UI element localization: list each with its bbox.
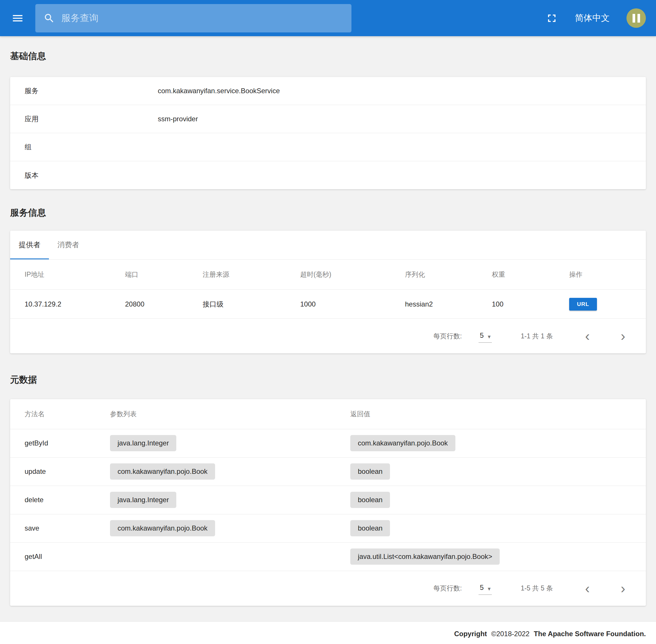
chevron-right-icon: › <box>621 328 625 344</box>
return-chip: boolean <box>350 463 390 480</box>
rows-per-page-select[interactable]: 5 ▾ <box>478 330 492 343</box>
next-page-button[interactable]: › <box>616 581 630 595</box>
rows-per-page-value: 5 <box>480 583 483 592</box>
return-chip: com.kakawanyifan.pojo.Book <box>350 435 455 451</box>
info-value: ssm-provider <box>158 115 631 123</box>
cell-method: getById <box>25 439 110 447</box>
metadata-table-header: 方法名 参数列表 返回值 <box>10 399 646 429</box>
info-label: 组 <box>25 142 158 152</box>
param-chip: com.kakawanyifan.pojo.Book <box>110 463 215 480</box>
metadata-row-getAll: getAll java.util.List<com.kakawanyifan.p… <box>10 543 646 571</box>
prev-page-button[interactable]: ‹ <box>581 329 594 343</box>
url-button[interactable]: URL <box>569 298 597 310</box>
param-chip: com.kakawanyifan.pojo.Book <box>110 520 215 536</box>
search-box[interactable] <box>35 4 352 32</box>
basic-info-title: 基础信息 <box>10 51 646 61</box>
cell-ip: 10.37.129.2 <box>25 300 125 308</box>
cell-method: update <box>25 467 110 476</box>
pagination-range: 1-1 共 1 条 <box>521 332 553 341</box>
tab-consumers[interactable]: 消费者 <box>49 231 88 259</box>
pagination-range: 1-5 共 5 条 <box>521 584 553 593</box>
return-chip: boolean <box>350 492 390 508</box>
rows-per-page-select[interactable]: 5 ▾ <box>478 582 492 595</box>
hamburger-icon <box>11 12 24 25</box>
tab-providers[interactable]: 提供者 <box>10 231 49 259</box>
info-label: 应用 <box>25 114 158 123</box>
cell-method: save <box>25 524 110 532</box>
cell-source: 接口级 <box>203 300 300 309</box>
cell-method: delete <box>25 496 110 504</box>
metadata-title: 元数据 <box>10 374 646 385</box>
param-chip: java.lang.Integer <box>110 435 176 451</box>
metadata-row-delete: delete java.lang.Integer boolean <box>10 486 646 514</box>
col-header-serialization: 序列化 <box>405 270 492 279</box>
col-header-params: 参数列表 <box>110 410 350 418</box>
col-header-ip: IP地址 <box>25 270 125 279</box>
fullscreen-icon <box>545 12 558 25</box>
metadata-row-getById: getById java.lang.Integer com.kakawanyif… <box>10 429 646 458</box>
language-switcher[interactable]: 简体中文 <box>575 12 610 24</box>
return-chip: java.util.List<com.kakawanyifan.pojo.Boo… <box>350 549 500 565</box>
metadata-card: 方法名 参数列表 返回值 getById java.lang.Integer c… <box>10 399 646 606</box>
metadata-row-update: update com.kakawanyifan.pojo.Book boolea… <box>10 458 646 486</box>
col-header-weight: 权重 <box>492 270 569 279</box>
basic-info-card: 服务 com.kakawanyifan.service.BookService … <box>10 77 646 189</box>
cell-timeout: 1000 <box>300 300 405 308</box>
metadata-pagination: 每页行数: 5 ▾ 1-5 共 5 条 ‹ › <box>10 571 646 606</box>
provider-pagination: 每页行数: 5 ▾ 1-1 共 1 条 ‹ › <box>10 319 646 353</box>
app-bar: 简体中文 <box>0 0 656 36</box>
cell-port: 20800 <box>125 300 203 308</box>
col-header-returns: 返回值 <box>350 410 631 418</box>
chevron-down-icon: ▾ <box>488 586 491 592</box>
col-header-timeout: 超时(毫秒) <box>300 270 405 279</box>
rows-per-page-value: 5 <box>480 331 483 340</box>
copyright-text: Copyright ©2018-2022 The Apache Software… <box>454 630 646 638</box>
col-header-action: 操作 <box>569 270 631 279</box>
service-info-title: 服务信息 <box>10 207 646 218</box>
info-row-group: 组 <box>10 133 646 161</box>
rows-per-page-label: 每页行数: <box>433 584 462 593</box>
rows-per-page-label: 每页行数: <box>433 332 462 341</box>
info-label: 服务 <box>25 86 158 95</box>
next-page-button[interactable]: › <box>616 329 630 343</box>
chevron-left-icon: ‹ <box>585 328 590 344</box>
service-info-card: 提供者 消费者 IP地址 端口 注册来源 超时(毫秒) 序列化 权重 操作 10… <box>10 231 646 353</box>
col-header-source: 注册来源 <box>203 270 300 279</box>
info-row-application: 应用 ssm-provider <box>10 105 646 133</box>
chevron-right-icon: › <box>621 581 625 596</box>
provider-row: 10.37.129.2 20800 接口级 1000 hessian2 100 … <box>10 290 646 319</box>
avatar[interactable] <box>627 8 646 28</box>
footer: Copyright ©2018-2022 The Apache Software… <box>0 622 656 644</box>
cell-weight: 100 <box>492 300 569 308</box>
param-chip: java.lang.Integer <box>110 492 176 508</box>
prev-page-button[interactable]: ‹ <box>581 581 594 595</box>
col-header-port: 端口 <box>125 270 203 279</box>
main-content: 基础信息 服务 com.kakawanyifan.service.BookSer… <box>0 51 656 644</box>
cell-serialization: hessian2 <box>405 300 492 308</box>
info-label: 版本 <box>25 171 158 180</box>
cell-method: getAll <box>25 553 110 561</box>
service-tabs: 提供者 消费者 <box>10 231 646 260</box>
chevron-left-icon: ‹ <box>585 581 590 596</box>
return-chip: boolean <box>350 520 390 536</box>
search-icon <box>43 13 55 24</box>
info-row-version: 版本 <box>10 161 646 189</box>
search-input[interactable] <box>61 13 343 23</box>
chevron-down-icon: ▾ <box>488 334 491 340</box>
metadata-row-save: save com.kakawanyifan.pojo.Book boolean <box>10 514 646 543</box>
info-row-service: 服务 com.kakawanyifan.service.BookService <box>10 77 646 105</box>
menu-button[interactable] <box>10 11 25 26</box>
info-value: com.kakawanyifan.service.BookService <box>158 87 631 95</box>
fullscreen-button[interactable] <box>545 12 558 25</box>
provider-table-header: IP地址 端口 注册来源 超时(毫秒) 序列化 权重 操作 <box>10 260 646 290</box>
col-header-method: 方法名 <box>25 410 110 418</box>
appbar-actions: 简体中文 <box>545 8 646 28</box>
